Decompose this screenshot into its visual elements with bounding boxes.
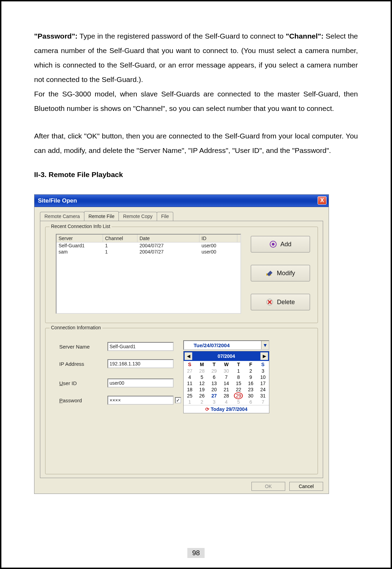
server-name-input[interactable]: Self-Guard1 xyxy=(107,342,174,351)
col-id-header[interactable]: ID xyxy=(199,235,237,242)
table-row[interactable]: Self-Guard1 1 2004/07/27 user00 xyxy=(56,242,240,249)
group1-label: Recent Connection Info List xyxy=(50,224,112,229)
close-button[interactable]: X xyxy=(318,196,327,205)
today-marker-icon: ⟳ xyxy=(205,406,209,412)
dropdown-icon[interactable]: ▾ xyxy=(261,341,269,349)
ip-address-input[interactable]: 192.168.1.130 xyxy=(107,359,174,368)
close-icon: X xyxy=(320,197,324,204)
table-row[interactable]: sam 1 2004/07/27 user00 xyxy=(56,249,240,255)
dialog-window: Site/File Open X Remote Camera Remote Fi… xyxy=(34,194,329,494)
group2-label: Connection Information xyxy=(50,325,102,330)
titlebar: Site/File Open X xyxy=(34,195,329,207)
calendar[interactable]: ◀ 07/2004 ▶ S M T W T F S 27282930123 45… xyxy=(183,351,269,413)
calendar-today-cell[interactable]: 29 xyxy=(233,393,245,399)
svg-point-1 xyxy=(272,243,275,246)
server-name-label: Server Name xyxy=(59,344,107,350)
calendar-next-icon[interactable]: ▶ xyxy=(260,352,268,360)
calendar-today-link[interactable]: ⟳Today 29/7/2004 xyxy=(184,405,269,413)
col-channel-header[interactable]: Channel xyxy=(103,235,137,242)
date-picker[interactable]: Tue/24/07/2004 ▾ xyxy=(183,340,269,350)
tab-remote-file[interactable]: Remote File xyxy=(84,211,119,220)
calendar-prev-icon[interactable]: ◀ xyxy=(185,352,192,360)
tab-remote-copy[interactable]: Remote Copy xyxy=(118,212,157,221)
sg3000-text: For the SG-3000 model, when slave Self-G… xyxy=(34,87,358,116)
modify-button[interactable]: Modify xyxy=(251,265,310,281)
user-id-input[interactable]: user00 xyxy=(107,379,174,387)
cancel-button[interactable]: Cancel xyxy=(289,482,323,491)
ip-address-label: IP Address xyxy=(59,361,107,367)
password-text: Type in the registered password of the S… xyxy=(78,32,286,40)
tab-file[interactable]: File xyxy=(157,212,174,221)
delete-icon xyxy=(266,298,274,306)
add-button[interactable]: Add xyxy=(251,236,310,252)
connection-info-group: Connection Information Server Name Self-… xyxy=(45,328,318,474)
delete-button[interactable]: Delete xyxy=(251,294,310,310)
password-label: "Password": xyxy=(34,32,78,40)
password-checkbox[interactable]: ✓ xyxy=(175,397,181,403)
password-input[interactable]: ×××× xyxy=(107,396,174,405)
password-label: Password xyxy=(59,397,107,403)
recent-connection-group: Recent Connection Info List Server Chann… xyxy=(45,227,318,323)
col-date-header[interactable]: Date xyxy=(137,235,199,242)
channel-label: "Channel": xyxy=(286,32,323,40)
calendar-month: 07/2004 xyxy=(218,353,235,359)
section-title: II-3. Remote File Playback xyxy=(34,167,358,182)
connection-list[interactable]: Server Channel Date ID Self-Guard1 1 200… xyxy=(56,234,241,314)
page-number: 98 xyxy=(187,548,205,558)
ok-button[interactable]: OK xyxy=(251,482,285,491)
user-id-label: User ID xyxy=(59,380,107,386)
col-server-header[interactable]: Server xyxy=(56,235,103,242)
tab-remote-camera[interactable]: Remote Camera xyxy=(40,212,84,221)
add-icon xyxy=(269,240,277,248)
modify-icon xyxy=(266,269,273,277)
after-text: After that, click "OK" button, then you … xyxy=(34,129,358,158)
window-title: Site/File Open xyxy=(38,197,77,204)
